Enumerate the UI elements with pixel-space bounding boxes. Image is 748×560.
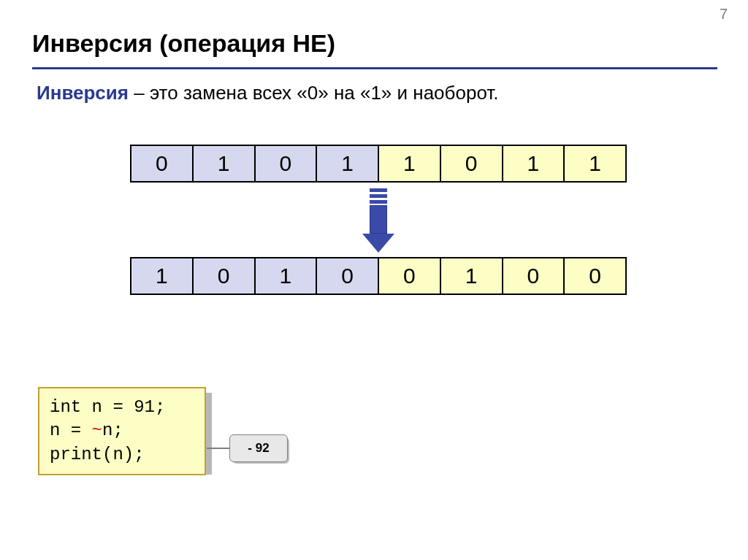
bit-cell: 1 — [194, 146, 256, 181]
bit-cell: 0 — [256, 146, 318, 181]
code-line-1: int n = 91; — [50, 397, 165, 417]
bit-cell: 0 — [131, 146, 194, 181]
slide-title: Инверсия (операция НЕ) — [32, 29, 335, 58]
page-number: 7 — [720, 6, 728, 23]
definition-rest: – это замена всех «0» на «1» и наоборот. — [129, 82, 499, 104]
result-value: - 92 — [229, 434, 288, 462]
bits-before-row: 01011011 — [130, 145, 627, 183]
bit-cell: 0 — [503, 258, 565, 294]
definition-term: Инверсия — [37, 82, 129, 104]
bit-cell: 1 — [317, 146, 379, 181]
code-line-3: print(n); — [50, 445, 145, 464]
bit-cell: 1 — [256, 258, 318, 294]
code-line-2a: n = — [50, 421, 92, 440]
bit-cell: 0 — [194, 258, 256, 294]
bit-cell: 1 — [503, 146, 565, 181]
bit-cell: 1 — [131, 258, 194, 294]
bit-cell: 0 — [441, 146, 503, 181]
bit-cell: 0 — [379, 258, 441, 294]
bit-cell: 1 — [565, 146, 625, 181]
bit-cell: 1 — [379, 146, 441, 181]
bits-after-row: 10100100 — [130, 257, 627, 295]
code-box: int n = 91; n = ~n; print(n); — [38, 387, 206, 475]
arrow-down-icon — [364, 188, 393, 253]
bit-cell: 0 — [565, 258, 625, 294]
code-line-2c: n; — [102, 421, 123, 440]
connector-line — [207, 448, 230, 449]
bit-cell: 1 — [441, 258, 503, 294]
result-box: - 92 — [229, 434, 288, 462]
title-underline — [32, 67, 717, 69]
bit-cell: 0 — [317, 258, 379, 294]
definition-text: Инверсия – это замена всех «0» на «1» и … — [37, 82, 499, 104]
tilde-operator: ~ — [92, 421, 102, 440]
